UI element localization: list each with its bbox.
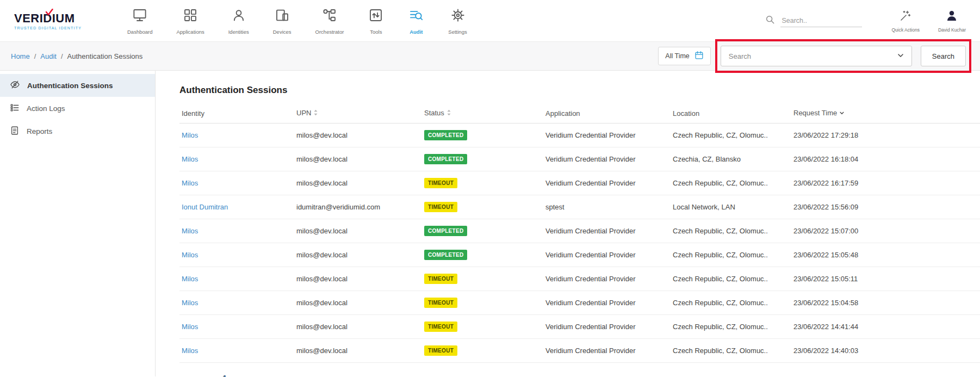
sort-icon (313, 109, 318, 118)
breadcrumb: Home / Audit / Authentication Sessions (11, 52, 142, 60)
application-cell: Veridium Credential Provider (543, 147, 671, 171)
veridium-logo[interactable]: VERIDIUM TRUSTED DIGITAL IDENTITY (14, 11, 101, 30)
identity-link[interactable]: Milos (182, 299, 198, 307)
request-time-cell: 23/06/2022 16:17:59 (791, 171, 900, 195)
status-badge: COMPLETED (424, 250, 467, 260)
upn-cell: milos@dev.local (294, 219, 422, 243)
sort-desc-icon (839, 109, 845, 118)
user-menu[interactable]: David Kuchar (938, 9, 966, 33)
identity-link[interactable]: Milos (182, 179, 198, 187)
column-header-actions: Actions (900, 103, 980, 123)
nav-item-tools[interactable]: Tools (368, 7, 384, 35)
request-time-cell: 23/06/2022 15:07:00 (791, 219, 900, 243)
sessions-table: Identity UPN Status Application Location… (179, 103, 980, 363)
request-time-cell: 23/06/2022 15:04:58 (791, 291, 900, 315)
table-row: Milos milos@dev.local COMPLETED Veridium… (179, 123, 980, 147)
upn-cell: milos@dev.local (294, 315, 422, 339)
report-document-icon (10, 126, 20, 137)
breadcrumb-audit-link[interactable]: Audit (40, 52, 57, 60)
table-row: Milos milos@dev.local TIMEOUT Veridium C… (179, 315, 980, 339)
identity-link[interactable]: Milos (182, 347, 198, 355)
table-row: Milos milos@dev.local TIMEOUT Veridium C… (179, 267, 980, 291)
breadcrumb-current-page: Authentication Sessions (67, 52, 143, 60)
filter-bar: Home / Audit / Authentication Sessions A… (0, 41, 980, 71)
identity-link[interactable]: Milos (182, 275, 198, 283)
location-cell: Czechia, CZ, Blansko (671, 147, 791, 171)
tools-icon (368, 7, 384, 26)
search-button[interactable]: Search (921, 46, 966, 66)
upn-cell: milos@dev.local (294, 339, 422, 363)
audit-icon (408, 7, 424, 26)
location-cell: Czech Republic, CZ, Olomuc.. (671, 315, 791, 339)
chevron-down-icon (897, 52, 904, 60)
request-time-cell: 23/06/2022 16:18:04 (791, 147, 900, 171)
sidebar-item-reports[interactable]: Reports (0, 120, 155, 143)
nav-item-applications[interactable]: Applications (176, 7, 204, 35)
main-panel: Authentication Sessions Identity UPN Sta… (156, 71, 980, 376)
location-cell: Czech Republic, CZ, Olomuc.. (671, 291, 791, 315)
status-badge: COMPLETED (424, 154, 467, 164)
table-row: Milos milos@dev.local COMPLETED Veridium… (179, 243, 980, 267)
table-row: Milos milos@dev.local TIMEOUT Veridium C… (179, 339, 980, 363)
time-range-button[interactable]: All Time (658, 47, 710, 65)
location-cell: Czech Republic, CZ, Olomuc.. (671, 267, 791, 291)
filter-controls: All Time Search Search (658, 46, 969, 66)
breadcrumb-separator: / (61, 52, 63, 60)
user-avatar-icon (945, 9, 958, 24)
breadcrumb-separator: / (34, 52, 36, 60)
identity-link[interactable]: Milos (182, 323, 198, 331)
request-time-cell: 23/06/2022 14:40:03 (791, 339, 900, 363)
application-cell: Veridium Credential Provider (543, 171, 671, 195)
application-cell: Veridium Credential Provider (543, 291, 671, 315)
table-row: Milos milos@dev.local TIMEOUT Veridium C… (179, 291, 980, 315)
settings-gear-icon (450, 7, 466, 26)
sidebar-item-action-logs[interactable]: Action Logs (0, 97, 155, 120)
column-header-status[interactable]: Status (422, 103, 543, 123)
status-badge: TIMEOUT (424, 298, 457, 308)
orchestrator-icon (321, 7, 338, 26)
status-badge: TIMEOUT (424, 345, 457, 356)
applications-icon (182, 7, 199, 26)
nav-item-settings[interactable]: Settings (448, 7, 467, 35)
nav-item-orchestrator[interactable]: Orchestrator (315, 7, 344, 35)
nav-item-dashboard[interactable]: Dashboard (127, 7, 152, 35)
identity-link[interactable]: Milos (182, 227, 198, 235)
nav-item-devices[interactable]: Devices (273, 7, 291, 35)
table-footer: 100 total 12345 (179, 374, 980, 377)
request-time-cell: 23/06/2022 14:41:44 (791, 315, 900, 339)
breadcrumb-home-link[interactable]: Home (11, 52, 30, 60)
brand-name: VERIDIUM (14, 11, 101, 26)
request-time-cell: 23/06/2022 15:56:09 (791, 195, 900, 219)
application-cell: Veridium Credential Provider (543, 339, 671, 363)
eye-off-icon (10, 79, 20, 91)
upn-cell: milos@dev.local (294, 243, 422, 267)
global-search-input[interactable] (780, 15, 862, 27)
magic-wand-icon (899, 9, 912, 24)
page-number[interactable]: 1 (223, 374, 980, 377)
status-badge: COMPLETED (424, 226, 467, 236)
application-cell: Veridium Credential Provider (543, 219, 671, 243)
location-cell: Czech Republic, CZ, Olomuc.. (671, 243, 791, 267)
identity-link[interactable]: Ionut Dumitran (182, 203, 228, 211)
identity-link[interactable]: Milos (182, 155, 198, 163)
column-header-request-time[interactable]: Request Time (791, 103, 900, 123)
identity-link[interactable]: Milos (182, 131, 198, 139)
table-row: Ionut Dumitran idumitran@veridiumid.com … (179, 195, 980, 219)
nav-item-audit[interactable]: Audit (408, 7, 424, 35)
location-cell: Czech Republic, CZ, Olomuc.. (671, 171, 791, 195)
column-header-application: Application (543, 103, 671, 123)
table-row: Milos milos@dev.local COMPLETED Veridium… (179, 147, 980, 171)
table-row: Milos milos@dev.local COMPLETED Veridium… (179, 219, 980, 243)
top-bar-right: Quick Actions David Kuchar (765, 9, 966, 33)
audit-search-dropdown[interactable]: Search (721, 46, 912, 66)
status-badge: TIMEOUT (424, 202, 457, 212)
sidebar-item-authentication-sessions[interactable]: Authentication Sessions (0, 74, 155, 97)
application-cell: Veridium Credential Provider (543, 315, 671, 339)
status-badge: TIMEOUT (424, 322, 457, 332)
upn-cell: milos@dev.local (294, 123, 422, 147)
nav-item-identities[interactable]: Identities (228, 7, 249, 35)
upn-cell: milos@dev.local (294, 147, 422, 171)
quick-actions-button[interactable]: Quick Actions (891, 9, 920, 33)
column-header-upn[interactable]: UPN (294, 103, 422, 123)
identity-link[interactable]: Milos (182, 251, 198, 259)
